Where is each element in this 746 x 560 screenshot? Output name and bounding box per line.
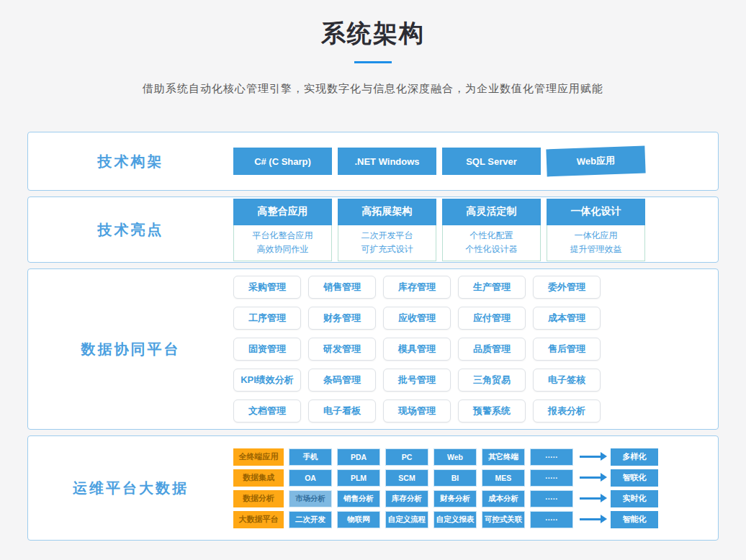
bigdata-item-ellipsis: ····· <box>530 448 573 466</box>
highlight-card-title: 高拓展架构 <box>338 199 436 225</box>
bigdata-result: 多样化 <box>611 448 658 466</box>
module-chip: 报表分析 <box>533 399 601 423</box>
page-subtitle: 借助系统自动化核心管理引擎，实现数字化与信息化深度融合，为企业数值化管理应用赋能 <box>0 82 746 96</box>
module-chip: 批号管理 <box>383 369 451 392</box>
highlight-card-integration: 高整合应用 平台化整合应用 高效协同作业 <box>233 199 332 261</box>
bigdata-item: 市场分析 <box>289 490 332 507</box>
section-label-highlights: 技术亮点 <box>28 197 233 262</box>
arrow-right-icon <box>580 477 601 479</box>
module-chip: 售后管理 <box>533 338 601 361</box>
module-chip: 库存管理 <box>383 276 451 299</box>
tech-item-sql-server: SQL Server <box>442 148 541 175</box>
tech-stack-items: C# (C Sharp) .NET Windows SQL Server Web… <box>233 132 645 190</box>
module-chip: 应收管理 <box>383 307 451 330</box>
section-label-data-platform: 数据协同平台 <box>28 269 233 429</box>
bigdata-category-tag: 全终端应用 <box>233 448 284 466</box>
bigdata-item: 物联网 <box>337 511 380 528</box>
bigdata-item: PLM <box>337 469 380 487</box>
module-chip: KPI绩效分析 <box>233 369 301 392</box>
highlight-card-title: 高整合应用 <box>233 199 332 225</box>
highlight-cards: 高整合应用 平台化整合应用 高效协同作业 高拓展架构 二次开发平台 可扩充式设计… <box>233 197 645 262</box>
bigdata-item: 可控式关联 <box>482 511 525 528</box>
bigdata-item: 销售分析 <box>337 490 380 507</box>
highlight-line: 高效协同作业 <box>234 243 331 256</box>
module-chip: 预警系统 <box>458 399 526 423</box>
bigdata-item: PDA <box>337 448 380 466</box>
bigdata-row-terminals: 全终端应用 手机 PDA PC Web 其它终端 ····· 多样化 <box>233 448 658 466</box>
bigdata-item: 库存分析 <box>385 490 428 507</box>
bigdata-item: PC <box>385 448 428 466</box>
highlight-card-body: 平台化整合应用 高效协同作业 <box>233 225 332 261</box>
tech-stack-section: 技术构架 C# (C Sharp) .NET Windows SQL Serve… <box>27 132 719 191</box>
module-chip: 模具管理 <box>383 338 451 361</box>
highlight-line: 一体化应用 <box>547 229 644 243</box>
bigdata-item-ellipsis: ····· <box>530 469 573 487</box>
tech-item-web-app: Web应用 <box>546 146 645 177</box>
title-underline <box>354 61 392 63</box>
highlight-line: 提升管理效益 <box>547 243 644 256</box>
module-chip: 财务管理 <box>308 307 376 330</box>
module-chip: 生产管理 <box>458 276 526 299</box>
section-label-tech-stack: 技术构架 <box>28 132 233 190</box>
arrow-right-icon <box>580 497 601 500</box>
bigdata-item: 二次开发 <box>289 511 332 528</box>
module-chip: 成本管理 <box>533 307 601 330</box>
highlight-card-body: 一体化应用 提升管理效益 <box>547 225 645 261</box>
highlight-line: 二次开发平台 <box>338 229 436 243</box>
module-grid: 采购管理 销售管理 库存管理 生产管理 委外管理 工序管理 财务管理 应收管理 … <box>233 269 601 429</box>
highlight-line: 个性化配置 <box>443 229 540 243</box>
highlight-card-title: 高灵活定制 <box>442 199 541 225</box>
arrow-right-icon <box>580 518 601 520</box>
section-label-bigdata: 运维平台大数据 <box>28 436 233 540</box>
bigdata-row-integration: 数据集成 OA PLM SCM BI MES ····· 智联化 <box>233 469 658 487</box>
page: 系统架构 借助系统自动化核心管理引擎，实现数字化与信息化深度融合，为企业数值化管… <box>0 0 746 541</box>
highlight-card-flexibility: 高灵活定制 个性化配置 个性化设计器 <box>442 199 541 261</box>
highlight-card-body: 个性化配置 个性化设计器 <box>442 225 541 261</box>
bigdata-result: 实时化 <box>611 490 658 507</box>
bigdata-item: SCM <box>385 469 428 487</box>
bigdata-item: 手机 <box>289 448 332 466</box>
module-chip: 电子看板 <box>308 399 376 423</box>
bigdata-result: 智能化 <box>611 511 658 528</box>
highlight-card-title: 一体化设计 <box>547 199 645 225</box>
architecture-diagram: 技术构架 C# (C Sharp) .NET Windows SQL Serve… <box>27 132 719 541</box>
module-chip: 文档管理 <box>233 399 301 423</box>
bigdata-result: 智联化 <box>611 469 658 487</box>
arrow-right-icon <box>580 456 601 458</box>
module-chip: 品质管理 <box>458 338 526 361</box>
module-chip: 电子签核 <box>533 369 601 392</box>
bigdata-item: 成本分析 <box>482 490 525 507</box>
module-chip: 应付管理 <box>458 307 526 330</box>
module-chip: 委外管理 <box>533 276 601 299</box>
page-title: 系统架构 <box>0 0 746 50</box>
module-chip: 三角贸易 <box>458 369 526 392</box>
bigdata-item-ellipsis: ····· <box>530 511 573 528</box>
bigdata-row-platform: 大数据平台 二次开发 物联网 自定义流程 自定义报表 可控式关联 ····· 智… <box>233 511 658 528</box>
bigdata-item: OA <box>289 469 332 487</box>
highlight-line: 平台化整合应用 <box>234 229 331 243</box>
highlight-line: 个性化设计器 <box>443 243 540 256</box>
highlight-card-body: 二次开发平台 可扩充式设计 <box>338 225 436 261</box>
bigdata-item: Web <box>433 448 477 466</box>
highlight-card-all-in-one: 一体化设计 一体化应用 提升管理效益 <box>547 199 645 261</box>
bigdata-section: 运维平台大数据 全终端应用 手机 PDA PC Web 其它终端 ····· 多… <box>27 435 719 541</box>
module-chip: 现场管理 <box>383 399 451 423</box>
module-chip: 条码管理 <box>308 369 376 392</box>
bigdata-item: BI <box>433 469 477 487</box>
tech-item-dotnet-windows: .NET Windows <box>338 148 436 175</box>
highlight-line: 可扩充式设计 <box>338 243 436 256</box>
highlight-card-extensibility: 高拓展架构 二次开发平台 可扩充式设计 <box>338 199 436 261</box>
bigdata-category-tag: 数据分析 <box>233 490 284 507</box>
module-chip: 采购管理 <box>233 276 301 299</box>
highlights-section: 技术亮点 高整合应用 平台化整合应用 高效协同作业 高拓展架构 二次开发平台 可… <box>27 197 719 263</box>
data-platform-section: 数据协同平台 采购管理 销售管理 库存管理 生产管理 委外管理 工序管理 财务管… <box>27 268 719 430</box>
bigdata-item-ellipsis: ····· <box>530 490 573 507</box>
module-chip: 研发管理 <box>308 338 376 361</box>
bigdata-item: 自定义报表 <box>433 511 477 528</box>
bigdata-category-tag: 数据集成 <box>233 469 284 487</box>
tech-item-csharp: C# (C Sharp) <box>233 148 332 175</box>
bigdata-item: 财务分析 <box>433 490 477 507</box>
bigdata-item: MES <box>482 469 525 487</box>
bigdata-item: 自定义流程 <box>385 511 428 528</box>
module-chip: 工序管理 <box>233 307 301 330</box>
